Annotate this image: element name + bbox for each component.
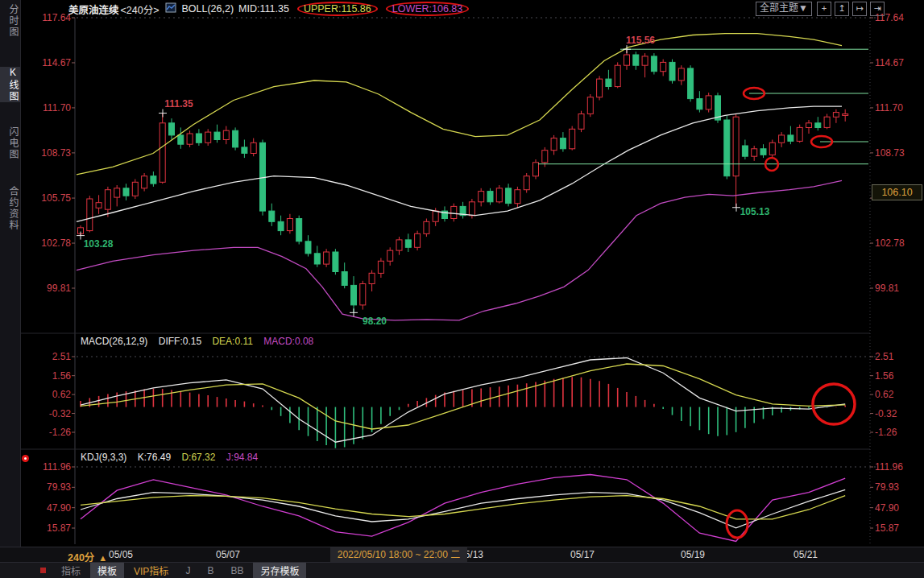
candle-body	[724, 120, 730, 176]
macd-dea-value: DEA:0.11	[212, 336, 252, 347]
sidebar-item-kline-chart[interactable]: K线图	[0, 67, 20, 102]
y-axis-label-left: 2.51	[52, 351, 72, 362]
candle-body	[178, 135, 184, 144]
time-axis-date: 05/21	[793, 549, 818, 560]
y-axis-label-left: 105.75	[41, 192, 71, 204]
candle-body	[769, 142, 775, 155]
sidebar-item-time-chart[interactable]: 分时图	[0, 4, 20, 38]
candle-body	[305, 242, 311, 254]
price-badge: 106.10	[872, 184, 922, 200]
y-axis-label-right: 47.90	[875, 502, 899, 514]
candle-body	[424, 221, 429, 233]
candle-body	[760, 149, 766, 155]
kdj-j-line	[81, 475, 845, 542]
bottom-bar-marker-icon	[40, 568, 46, 573]
candle-body	[324, 252, 329, 264]
macd-diff-value: DIFF:0.15	[159, 336, 201, 347]
candle-body	[524, 176, 529, 190]
kdj-d-value: D:67.32	[181, 452, 215, 463]
candle-body	[333, 252, 338, 272]
kdj-k-value: K:76.49	[138, 452, 171, 463]
candle-body	[123, 188, 129, 196]
candle-body	[533, 163, 539, 176]
left-sidebar: 分时图 K线图 闪电图 合约资料	[0, 0, 21, 578]
y-axis-label-left: 47.90	[47, 502, 71, 514]
time-axis-bar[interactable]: 240分▲ 05/0505/0705/1305/1705/1905/21 202…	[0, 547, 924, 563]
candle-body	[96, 203, 102, 208]
y-axis-label-right: 108.73	[875, 147, 905, 159]
fit-horizontal-icon[interactable]: ↦	[852, 2, 867, 16]
time-axis-date: 05/17	[570, 549, 595, 560]
y-axis-label-left: 1.56	[52, 370, 72, 382]
bottom-tab-2[interactable]: VIP指标	[126, 563, 176, 578]
candle-body	[296, 219, 302, 242]
y-axis-label-left: 99.81	[47, 283, 71, 294]
macd-macd-value: MACD:0.08	[263, 336, 313, 347]
y-axis-label-right: 79.93	[875, 481, 899, 493]
y-axis-label-right: 99.81	[875, 283, 899, 294]
candle-body	[587, 97, 593, 114]
bottom-tab-5[interactable]: BB	[223, 564, 251, 577]
bottom-tab-0[interactable]: 指标	[54, 563, 88, 578]
bottom-tab-4[interactable]: B	[200, 564, 221, 577]
y-axis-label-left: 111.96	[43, 461, 71, 473]
time-axis-date: 05/19	[681, 549, 705, 560]
fit-vertical-icon[interactable]: ↥	[835, 2, 849, 16]
y-axis-label-left: 102.78	[41, 237, 71, 249]
candle-body	[479, 192, 484, 202]
y-axis-label-right: 111.96	[875, 461, 903, 473]
kdj-panel-header: KDJ(9,3,3) K:76.49 D:67.32 J:94.84	[81, 452, 258, 463]
candle-body	[260, 142, 266, 211]
candle-body	[114, 188, 120, 197]
candle-body	[833, 113, 839, 118]
candle-body	[843, 114, 848, 116]
candle-body	[633, 55, 639, 65]
y-axis-label-left: -1.26	[49, 427, 72, 438]
candle-body	[278, 221, 284, 230]
y-axis-label-right: 111.70	[875, 102, 903, 114]
candle-body	[387, 250, 393, 261]
candle-body	[415, 233, 421, 247]
sidebar-item-lightning-chart[interactable]: 闪电图	[0, 126, 20, 160]
kdj-indicator-label[interactable]: KDJ(9,3,3)	[81, 452, 126, 463]
candle-body	[806, 123, 812, 128]
red-circle-annotation	[813, 384, 855, 424]
y-axis-label-right: 0.62	[875, 389, 894, 400]
candle-body	[251, 142, 256, 153]
bottom-tab-6[interactable]: 另存模板	[253, 563, 306, 578]
period-selector[interactable]: <240分>	[121, 2, 160, 17]
bottom-tab-3[interactable]: J	[178, 564, 197, 577]
y-axis-label-left: 79.93	[47, 481, 71, 493]
kdj-alert-icon[interactable]	[22, 455, 29, 462]
y-axis-label-right: 2.51	[875, 351, 894, 362]
candle-body	[515, 190, 520, 204]
candle-body	[597, 79, 603, 97]
candle-body	[570, 129, 575, 149]
y-axis-label-left: -0.32	[49, 408, 72, 419]
candle-body	[542, 151, 548, 163]
time-axis-date: 05/05	[109, 549, 133, 560]
expand-right-icon[interactable]: ⇥	[870, 2, 885, 16]
mini-chart-icon[interactable]	[165, 2, 176, 15]
candle-body	[214, 132, 220, 139]
boll-lower-value: LOWER:106.83	[386, 2, 470, 16]
symbol-name[interactable]: 美原油连续	[68, 2, 119, 17]
candle-body	[405, 240, 411, 247]
candle-body	[242, 147, 247, 154]
kdj-alert-dot	[24, 457, 27, 460]
theme-dropdown-button[interactable]: 全部主题▼	[756, 2, 812, 16]
candle-body	[433, 211, 438, 221]
sidebar-item-contract-info[interactable]: 合约资料	[0, 186, 20, 231]
candle-body	[314, 254, 320, 264]
candle-body	[560, 138, 566, 149]
candle-body	[752, 149, 757, 156]
candle-body	[233, 130, 238, 147]
macd-indicator-label[interactable]: MACD(26,12,9)	[81, 336, 147, 347]
candle-body	[87, 199, 93, 231]
candle-body	[205, 132, 211, 142]
candle-body	[360, 284, 366, 305]
bottom-tab-1[interactable]: 模板	[90, 563, 124, 578]
pan-icon[interactable]: +	[817, 2, 831, 16]
candle-body	[688, 68, 694, 99]
y-axis-label-right: 1.56	[875, 370, 894, 382]
